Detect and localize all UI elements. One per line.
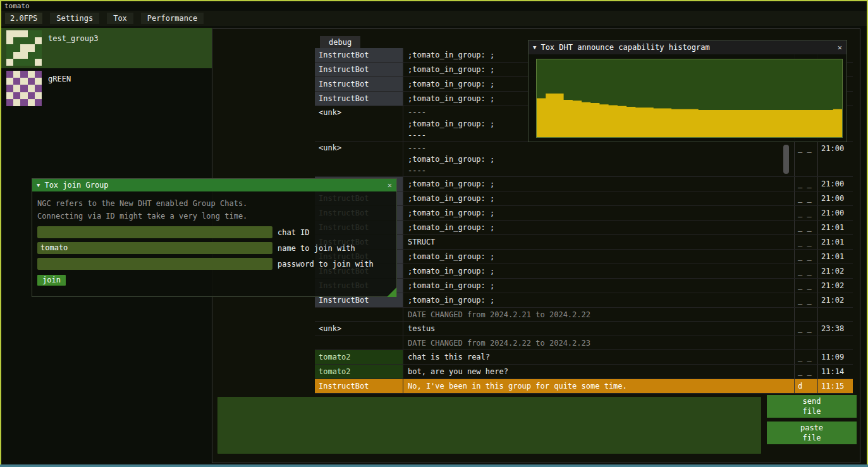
window-resize-edge[interactable] [0,464,868,467]
menu-item-tox[interactable]: Tox [107,13,133,24]
message-time: 21:02 [817,293,853,307]
join-field-row: chat ID [37,226,391,238]
message-input[interactable] [217,397,761,454]
message-row: <unk>---- ;tomato_in_group: ; ----_ _21:… [315,142,853,177]
message-text: ;tomato_in_group: ; [403,293,794,307]
ngc-info-line-2: Connecting via ID might take a very long… [37,210,391,222]
collapse-icon[interactable]: ▼ [37,182,40,188]
message-row: InstructBotNo, I've been in this group f… [315,379,853,394]
message-text: STRUCT [403,235,794,249]
message-text: ;tomato_in_group: ; [403,264,794,278]
message-text: ;tomato_in_group: ; [403,279,794,293]
message-sender: InstructBot [315,92,403,106]
menu-item-performance[interactable]: Performance [141,13,204,24]
sidebar-group-gREEN[interactable]: gREEN [1,68,212,109]
join-group-window: ▼ Tox join Group ✕ NGC refers to the New… [32,178,397,297]
message-text: No, I've been in this group for quite so… [403,379,794,393]
message-time: 21:00 [817,191,853,205]
group-avatar-icon [6,30,42,66]
resize-grip[interactable] [387,288,396,297]
date-separator-row: DATE CHANGED from 2024.2.22 to 2024.2.23 [315,336,853,350]
join-field-row: tomatoname to join with [37,242,391,254]
message-row: tomato2chat is this real?_ _11:09 [315,350,853,365]
close-icon[interactable]: ✕ [838,43,842,52]
message-row: tomato2bot, are you new here?_ _11:14 [315,365,853,379]
join-password-input[interactable] [37,258,272,270]
message-flags: _ _ [794,350,817,364]
message-flags: _ _ [794,322,817,336]
collapse-icon[interactable]: ▼ [533,44,536,51]
join-group-title: Tox join Group [44,181,108,190]
message-sender: InstructBot [315,63,403,76]
message-text: ---- ;tomato_in_group: ; ---- [403,142,794,176]
app-title: tomato [4,2,30,10]
message-time: 21:02 [817,279,853,293]
message-text: bot, are you new here? [403,365,794,379]
message-sender: InstructBot [315,379,403,393]
message-time: 21:00 [817,142,853,176]
message-time: 11:14 [817,365,853,379]
message-time: 21:01 [817,250,853,264]
dht-histogram-window: ▼ Tox DHT announce capability histogram … [528,40,847,142]
dht-histogram-titlebar[interactable]: ▼ Tox DHT announce capability histogram … [529,40,847,54]
message-flags: _ _ [794,235,817,249]
group-name: gREEN [48,75,71,83]
message-flags: _ _ [794,264,817,278]
join-group-titlebar[interactable]: ▼ Tox join Group ✕ [32,179,396,191]
message-text: chat is this real? [403,350,794,364]
message-flags [794,308,817,321]
message-sender: InstructBot [315,77,403,91]
join-button[interactable]: join [37,275,66,286]
message-time: 11:09 [817,350,853,364]
message-row: <unk>testus_ _23:38 [315,322,853,336]
message-sender [315,308,403,321]
message-time: 23:38 [817,322,853,336]
close-icon[interactable]: ✕ [388,181,392,190]
group-name: test_group3 [48,34,98,43]
message-time [817,336,853,349]
message-sender: InstructBot [315,48,403,62]
message-time: 21:00 [817,206,853,220]
date-changed-text: DATE CHANGED from 2024.2.22 to 2024.2.23 [403,336,794,349]
message-flags: _ _ [794,250,817,264]
message-text: ;tomato_in_group: ; [403,191,794,205]
message-time: 21:00 [817,177,853,191]
menu-item-settings[interactable]: Settings [50,13,99,24]
menu-bar: 2.0FPS Settings Tox Performance [1,11,867,26]
message-flags: _ _ [794,206,817,220]
paste-file-button[interactable]: paste file [767,422,857,444]
message-text: ;tomato_in_group: ; [403,206,794,220]
message-flags: _ _ [794,293,817,307]
message-text: ;tomato_in_group: ; [403,177,794,191]
field-label: chat ID [278,228,310,237]
group-list: test_group3gREEN [1,28,212,109]
group-avatar-icon [6,71,42,106]
date-separator-row: DATE CHANGED from 2024.2.21 to 2024.2.22 [315,308,853,322]
message-sender [315,336,403,349]
chat-scrollbar[interactable] [783,145,789,174]
fps-counter: 2.0FPS [5,13,42,24]
chat-id-input[interactable] [37,226,272,238]
message-time: 11:15 [817,379,853,393]
message-flags: _ _ [794,142,817,176]
ngc-info-line-1: NGC refers to the New DHT enabled Group … [37,197,391,210]
message-flags [794,336,817,349]
sidebar-group-test_group3[interactable]: test_group3 [1,28,212,68]
message-text: testus [403,322,794,336]
join-name-input[interactable]: tomato [37,242,272,254]
message-flags: _ _ [794,365,817,379]
message-sender: tomato2 [315,350,403,364]
message-flags: _ _ [794,191,817,205]
message-text: ;tomato_in_group: ; [403,250,794,264]
message-time: 21:02 [817,264,853,278]
message-time: 21:01 [817,221,853,234]
date-changed-text: DATE CHANGED from 2024.2.21 to 2024.2.22 [403,308,794,321]
message-flags: _ _ [794,177,817,191]
field-label: name to join with [278,244,355,253]
message-sender: <unk> [315,142,403,176]
send-file-button[interactable]: send file [767,395,857,418]
message-time: 21:01 [817,235,853,249]
app-titlebar[interactable]: tomato [1,1,867,11]
message-time [817,308,853,321]
join-field-row: password to join with [37,258,391,270]
